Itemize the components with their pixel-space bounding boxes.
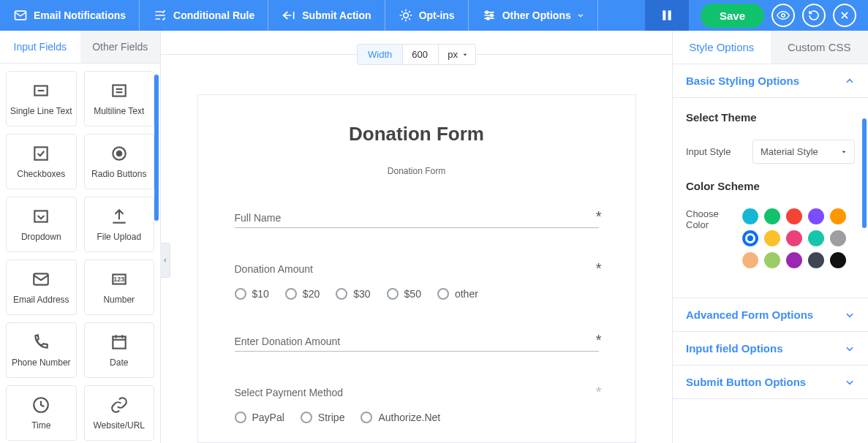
field-type-single-line[interactable]: Single Line Text (6, 71, 77, 126)
topbar-conditional-rule[interactable]: Conditional Rule (140, 0, 268, 31)
svg-point-15 (117, 151, 122, 156)
radio-icon (336, 288, 347, 300)
color-swatch[interactable] (808, 230, 824, 246)
dropdown-icon (31, 207, 50, 226)
required-icon: * (596, 384, 602, 401)
field-type-url[interactable]: Website/URL (84, 385, 155, 441)
radio-icon (235, 412, 246, 423)
radio-icon (285, 288, 297, 300)
field-donation-amount[interactable]: Donation Amount (235, 263, 599, 275)
field-type-phone[interactable]: Phone Number (6, 322, 77, 378)
left-scrollbar[interactable] (154, 75, 159, 221)
right-sidebar: Style Options Custom CSS Basic Styling O… (672, 31, 868, 443)
tab-style-options[interactable]: Style Options (673, 31, 771, 64)
field-type-date[interactable]: Date (84, 322, 155, 378)
donation-amount-option[interactable]: $20 (285, 288, 320, 300)
chevron-down-icon (845, 344, 855, 354)
accordion-input-field[interactable]: Input field Options (673, 332, 868, 366)
field-type-label: Radio Buttons (91, 169, 146, 179)
field-type-number[interactable]: 123Number (84, 260, 155, 315)
close-button[interactable] (833, 4, 856, 27)
donation-amount-option[interactable]: other (437, 288, 478, 300)
accordion-basic-styling[interactable]: Basic Styling Options (673, 64, 868, 98)
color-swatch[interactable] (830, 230, 846, 246)
radio-label: Authorize.Net (378, 412, 440, 423)
tab-other-fields[interactable]: Other Fields (80, 31, 161, 63)
topbar-opt-ins[interactable]: Opt-ins (385, 0, 469, 31)
field-type-multi-line[interactable]: Multiline Text (84, 71, 155, 126)
input-style-select[interactable]: Material Style (752, 140, 855, 164)
donation-amount-option[interactable]: $10 (235, 288, 269, 300)
color-swatch[interactable] (742, 252, 758, 268)
width-unit-select[interactable]: px (439, 45, 475, 64)
color-swatch[interactable] (808, 252, 824, 268)
form-subtitle: Donation Form (235, 166, 599, 176)
color-swatch[interactable] (808, 208, 824, 224)
right-scrollbar[interactable] (862, 118, 867, 228)
form-canvas[interactable]: Donation Form Donation Form Full Name * … (197, 94, 636, 443)
svg-rect-6 (669, 12, 671, 20)
accordion-advanced-form[interactable]: Advanced Form Options (673, 298, 868, 332)
svg-point-7 (782, 14, 785, 18)
refresh-button[interactable] (802, 4, 826, 27)
donation-amount-option[interactable]: $50 (387, 288, 421, 300)
payment-method-option[interactable]: PayPal (235, 412, 284, 423)
topbar-email-notifications[interactable]: Email Notifications (0, 0, 140, 31)
save-button[interactable]: Save (701, 4, 764, 28)
donation-amount-option[interactable]: $30 (336, 288, 370, 300)
tab-custom-css[interactable]: Custom CSS (771, 31, 869, 64)
field-type-label: Number (103, 295, 135, 305)
payment-method-option[interactable]: Authorize.Net (361, 412, 440, 423)
field-type-time[interactable]: Time (6, 385, 77, 441)
field-type-upload[interactable]: File Upload (84, 197, 155, 252)
chevron-down-icon (845, 377, 855, 387)
topbar-other-options[interactable]: Other Options (469, 0, 598, 31)
chevron-up-icon (845, 76, 855, 86)
topbar-submit-action[interactable]: Submit Action (268, 0, 385, 31)
svg-rect-19 (113, 336, 125, 348)
width-label: Width (358, 45, 402, 64)
color-swatch[interactable] (786, 208, 802, 224)
field-type-label: Checkboxes (17, 169, 65, 179)
number-icon: 123 (110, 270, 129, 289)
color-swatch[interactable] (742, 208, 758, 224)
canvas-area: Width 600 px Donation Form Donation Form… (161, 31, 672, 443)
color-swatch[interactable] (830, 208, 846, 224)
field-type-radio[interactable]: Radio Buttons (84, 134, 155, 189)
field-type-email[interactable]: Email Address (6, 260, 77, 315)
field-full-name[interactable]: Full Name (235, 212, 282, 224)
color-swatch[interactable] (764, 230, 780, 246)
single-line-icon (31, 81, 50, 100)
color-swatch[interactable] (786, 252, 802, 268)
date-icon (110, 333, 129, 352)
color-swatch[interactable] (764, 208, 780, 224)
checkbox-icon (31, 144, 50, 163)
embed-code-button[interactable] (645, 0, 689, 31)
color-swatch[interactable] (764, 252, 780, 268)
width-value-input[interactable]: 600 (402, 45, 439, 64)
radio-label: other (455, 288, 478, 300)
color-swatch[interactable] (786, 230, 802, 246)
time-icon (31, 395, 50, 414)
field-enter-amount[interactable]: Enter Donation Amount (235, 336, 341, 347)
color-swatch[interactable] (830, 252, 846, 268)
payment-method-option[interactable]: Stripe (301, 412, 345, 423)
field-type-label: Phone Number (12, 357, 71, 368)
required-icon: * (596, 332, 602, 349)
field-payment-method[interactable]: Select Payment Method (235, 387, 599, 398)
color-swatch[interactable] (742, 230, 758, 246)
topbar: Email NotificationsConditional RuleSubmi… (0, 0, 868, 31)
radio-label: $20 (303, 288, 320, 300)
field-type-label: Email Address (13, 295, 69, 305)
field-type-label: Dropdown (21, 232, 61, 242)
url-icon (110, 395, 129, 414)
collapse-left-sidebar[interactable] (160, 243, 170, 278)
field-type-label: Date (110, 357, 128, 368)
accordion-submit-button[interactable]: Submit Button Options (673, 366, 868, 399)
preview-button[interactable] (771, 4, 795, 27)
select-theme-heading: Select Theme (686, 111, 855, 124)
color-scheme-heading: Color Scheme (686, 180, 855, 192)
tab-input-fields[interactable]: Input Fields (0, 31, 80, 63)
field-type-checkbox[interactable]: Checkboxes (6, 134, 77, 189)
field-type-dropdown[interactable]: Dropdown (6, 197, 77, 252)
